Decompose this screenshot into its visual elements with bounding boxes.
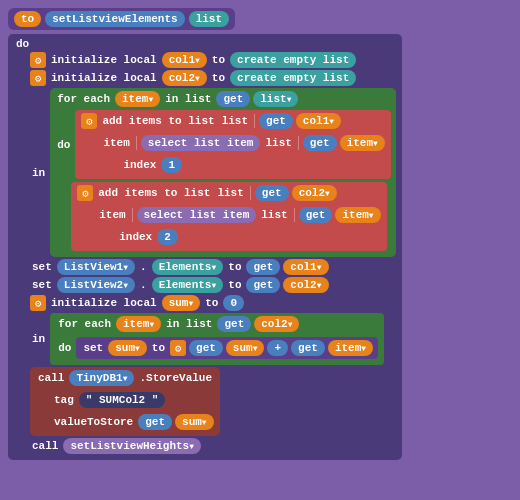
sum-var2[interactable]: item [328,340,373,356]
foreach2-do-label: do [56,342,73,354]
sum-set-lbl: set [81,342,105,354]
set1-var[interactable]: col1 [283,259,328,275]
call-tinydb-block: call TinyDB1 .StoreValue tag " SUMCol2 "… [30,367,220,436]
add2-index-row: index 2 [117,229,380,245]
foreach2-var[interactable]: col2 [254,316,299,332]
call1-tag-lbl: tag [52,394,76,406]
add1-list2-lbl: list [263,137,293,149]
set1-dot: . [138,261,149,273]
sum-get1: get [189,340,223,356]
add2-index-val[interactable]: 2 [157,229,178,245]
foreach2-do-row: do set sum to ⚙ get sum + get item [56,337,378,359]
foreach2-block: for each item in list get col2 do set su… [50,313,384,365]
call1-val-lbl: valueToStore [52,416,135,428]
in-label: in [30,167,47,179]
in2-label-row: in for each item in list get col2 do set… [30,313,396,365]
sum-var1[interactable]: sum [226,340,265,356]
gear-icon-3: ⚙ [81,113,97,129]
add1-list-lbl: list [220,115,250,127]
foreach1-block: for each item in list get list do ⚙ add … [50,88,396,257]
call1-tag-row: tag " SUMCol2 " [52,392,214,408]
foreach1-in: in list [163,93,213,105]
sum-set-var[interactable]: sum [108,340,147,356]
lv1-prop[interactable]: Elements [152,259,224,275]
foreach1-list-var[interactable]: list [253,91,298,107]
add-items-col1: ⚙ add items to list list get col1 item s… [75,110,390,179]
call1-header: call TinyDB1 .StoreValue [36,370,214,386]
add2-item-lbl: item [97,209,127,221]
foreach1-label: for each [55,93,112,105]
add2-label: add items to list [96,187,212,199]
init2-to: to [210,72,227,84]
add-items-col2: ⚙ add items to list list get col2 item s… [71,182,386,251]
add2-select[interactable]: select list item [137,207,257,223]
sep1 [254,114,255,128]
init1-label: initialize local [49,54,159,66]
set-lv1-row: set ListView1 . Elements to get col1 [30,259,396,275]
add2-list2-lbl: list [259,209,289,221]
add2-index-lbl: index [117,231,154,243]
sep5 [132,208,133,222]
add1-index-val[interactable]: 1 [161,157,182,173]
sum-set-to: to [150,342,167,354]
set2-get: get [246,277,280,293]
add1-var1[interactable]: col1 [296,113,341,129]
call1-method: .StoreValue [137,372,214,384]
add2-var2[interactable]: item [335,207,380,223]
foreach1-do-label: do [55,139,72,151]
call1-db[interactable]: TinyDB1 [69,370,134,386]
foreach2-item[interactable]: item [116,316,161,332]
add2-list-lbl: list [215,187,245,199]
lv1-view[interactable]: ListView1 [57,259,135,275]
add1-index-lbl: index [121,159,158,171]
fn-name[interactable]: setListviewElements [45,11,184,27]
foreach1-add2-row: ⚙ add items to list list get col2 item s… [71,182,391,251]
init-col2-row: ⚙ initialize local col2 to create empty … [30,70,396,86]
sum-var[interactable]: sum [162,295,201,311]
set1-label: set [30,261,54,273]
call1-tag-val[interactable]: " SUMCol2 " [79,392,166,408]
call1-var[interactable]: sum [175,414,214,430]
create-empty-list-2[interactable]: create empty list [230,70,356,86]
create-empty-list-1[interactable]: create empty list [230,52,356,68]
add1-index-row: index 1 [121,157,384,173]
sum-init-val[interactable]: 0 [223,295,244,311]
main-do-block: do ⚙ initialize local col1 to create emp… [8,34,402,460]
col1-var[interactable]: col1 [162,52,207,68]
set2-dot: . [138,279,149,291]
add1-var2[interactable]: item [340,135,385,151]
foreach1-item[interactable]: item [115,91,160,107]
foreach2-get: get [217,316,251,332]
gear-icon-1: ⚙ [30,52,46,68]
foreach2-label: for each [56,318,113,330]
sum-get2: get [291,340,325,356]
lv2-view[interactable]: ListView2 [57,277,135,293]
col2-var[interactable]: col2 [162,70,207,86]
lv2-prop[interactable]: Elements [152,277,224,293]
call1-get: get [138,414,172,430]
gear-icon-6: ⚙ [170,340,186,356]
call2-fn[interactable]: setListviewHeights [63,438,201,454]
call1-call: call [36,372,66,384]
add2-header: ⚙ add items to list list get col2 [77,185,380,201]
set2-var[interactable]: col2 [283,277,328,293]
foreach2-in: in list [164,318,214,330]
add1-get2: get [303,135,337,151]
set1-get: get [246,259,280,275]
function-def: to setListviewElements list [8,8,235,30]
init3-to: to [203,297,220,309]
sep4 [250,186,251,200]
gear-icon-4: ⚙ [77,185,93,201]
call1-val-row: valueToStore get sum [52,414,214,430]
call2-row: call setListviewHeights [30,438,396,454]
sep2 [136,136,137,150]
add2-item-row: item select list item list get item [97,207,380,223]
gear-icon-2: ⚙ [30,70,46,86]
add2-get2: get [299,207,333,223]
add2-var1[interactable]: col2 [292,185,337,201]
add1-select[interactable]: select list item [141,135,261,151]
gear-icon-5: ⚙ [30,295,46,311]
add1-get1: get [259,113,293,129]
init1-to: to [210,54,227,66]
sum-plus: + [267,340,288,356]
